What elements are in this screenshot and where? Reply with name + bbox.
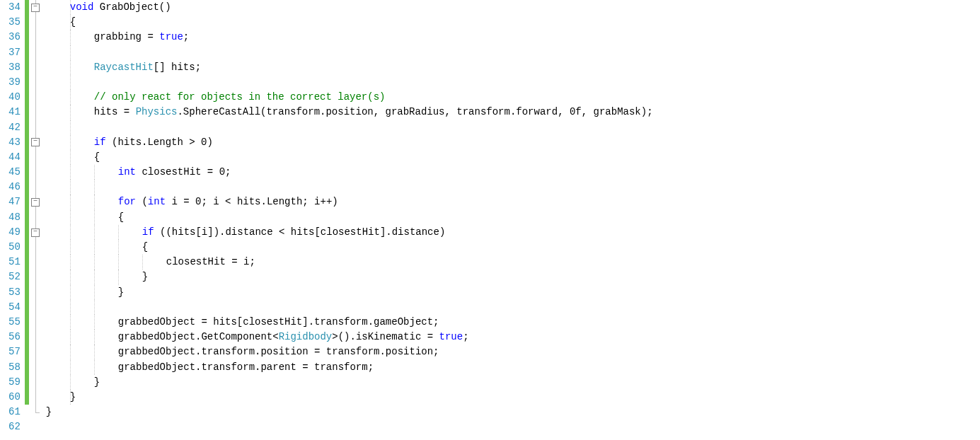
code-text: closestHit = i; [46,256,255,267]
code-line[interactable]: void GrabObject() [46,0,980,15]
indent-guide [70,90,71,105]
indent-guide [70,75,71,90]
fold-end-marker [35,412,40,413]
fold-toggle[interactable] [31,228,40,237]
code-line[interactable] [46,45,980,60]
code-line[interactable]: } [46,375,980,390]
token: closestHit = i; [166,256,255,267]
token: i = 0; i < hits.Length; i++) [166,196,338,207]
indent-guide [94,270,95,284]
code-text: } [46,406,52,417]
fold-toggle[interactable] [31,4,40,12]
token: } [46,406,52,417]
code-line[interactable] [46,419,980,434]
code-line[interactable]: RaycastHit[] hits; [46,60,980,75]
code-line[interactable]: closestHit = i; [46,255,980,270]
indent-guide [70,375,71,390]
code-text: // only react for objects in the correct… [46,91,386,103]
code-line[interactable] [46,75,980,90]
token: { [70,16,76,28]
line-number: 43 [8,135,21,150]
code-line[interactable]: for (int i = 0; i < hits.Length; i++) [46,195,980,209]
fold-toggle[interactable] [31,138,40,146]
code-text: { [46,212,124,223]
indent-guide [94,300,95,315]
indent-guide [142,255,143,270]
line-number: 38 [8,60,21,75]
token: grabbedObject.transform.parent = transfo… [118,361,374,373]
code-line[interactable]: } [46,390,980,405]
code-line[interactable]: // only react for objects in the correct… [46,90,980,105]
code-line[interactable]: { [46,240,980,255]
code-line[interactable]: if (hits.Length > 0) [46,135,980,150]
code-editor[interactable]: 3435363738394041424344454647484950515253… [0,0,980,435]
line-number: 53 [8,285,21,300]
code-text: } [46,286,124,298]
line-number: 57 [8,345,21,359]
line-number: 50 [8,240,21,255]
line-number: 54 [8,300,21,315]
indent-guide [94,255,95,270]
line-number: 52 [8,270,21,284]
token: int [148,196,166,207]
line-number: 44 [8,150,21,165]
code-line[interactable]: } [46,270,980,284]
code-area[interactable]: void GrabObject(){grabbing = true;Raycas… [43,0,980,435]
code-line[interactable]: grabbing = true; [46,30,980,45]
indent-guide [70,345,71,359]
code-line[interactable]: int closestHit = 0; [46,165,980,180]
indent-guide [70,150,71,165]
indent-guide [94,210,95,225]
indent-guide [70,45,71,60]
token: >().isKinematic = [332,331,439,342]
code-line[interactable]: grabbedObject = hits[closestHit].transfo… [46,315,980,330]
code-line[interactable]: grabbedObject.transform.parent = transfo… [46,360,980,375]
code-line[interactable]: if ((hits[i]).distance < hits[closestHit… [46,225,980,240]
line-number: 39 [8,75,21,90]
indent-guide [70,165,71,180]
indent-guide [118,255,119,270]
line-number: 62 [8,419,21,434]
indent-guide [70,240,71,255]
fold-toggle[interactable] [31,198,40,207]
token: closestHit = 0; [136,166,231,178]
indent-guide [70,330,71,345]
code-text: grabbing = true; [46,31,189,42]
code-text: if (hits.Length > 0) [46,137,213,148]
fold-gutter[interactable] [29,0,43,435]
line-number: 41 [8,105,21,120]
line-number: 35 [8,15,21,30]
token: grabbedObject.transform.position = trans… [118,346,439,357]
line-number: 59 [8,375,21,390]
line-number: 46 [8,180,21,195]
token: { [94,151,100,163]
token: .SphereCastAll(transform.position, grabR… [177,106,652,117]
code-line[interactable]: { [46,150,980,165]
code-line[interactable]: grabbedObject.GetComponent<Rigidbody>().… [46,330,980,345]
code-line[interactable]: { [46,210,980,225]
code-line[interactable]: { [46,15,980,30]
code-line[interactable] [46,300,980,315]
code-line[interactable] [46,180,980,195]
code-text: } [46,271,148,282]
code-line[interactable]: } [46,285,980,300]
code-text: } [46,376,100,388]
token: grabbing = [94,31,159,42]
indent-guide [94,345,95,359]
token: Rigidbody [279,331,333,342]
code-line[interactable]: hits = Physics.SphereCastAll(transform.p… [46,105,980,120]
indent-guide [94,180,95,195]
token: int [118,166,136,178]
token: if [142,226,154,238]
line-number: 49 [8,225,21,240]
code-text: } [46,391,76,403]
code-text: grabbedObject.transform.parent = transfo… [46,361,374,373]
code-line[interactable] [46,120,980,135]
code-text: grabbedObject.GetComponent<Rigidbody>().… [46,331,469,342]
indent-guide [94,330,95,345]
indent-guide [70,195,71,209]
token: grabbedObject = hits[closestHit].transfo… [118,316,439,328]
token: ( [136,196,148,207]
code-line[interactable]: grabbedObject.transform.position = trans… [46,345,980,359]
code-line[interactable]: } [46,405,980,419]
